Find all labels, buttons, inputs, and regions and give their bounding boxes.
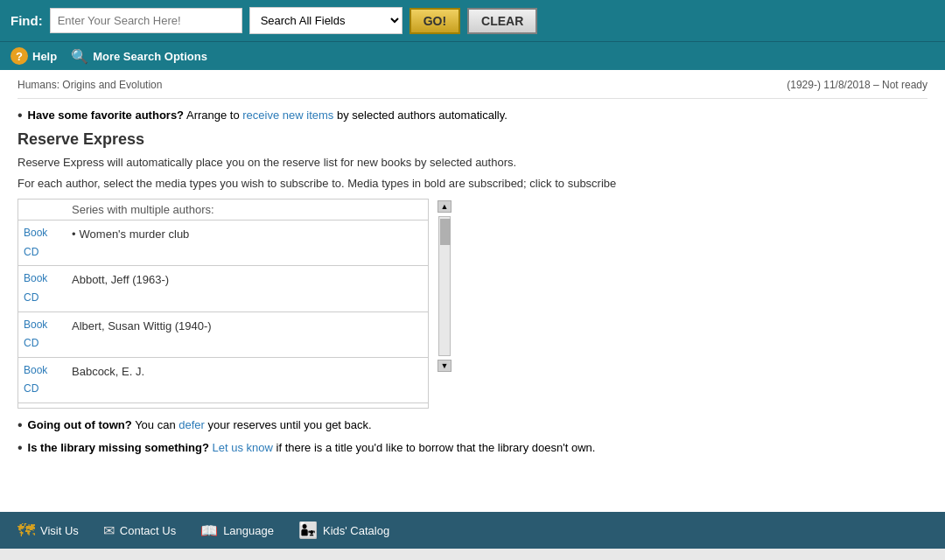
kids-icon: 👨‍👧 (298, 521, 318, 540)
contact-us-link[interactable]: ✉ Contact Us (103, 522, 176, 539)
table-row: Book Baldacci, David. Adult Books (1960-… (18, 402, 428, 409)
search-input[interactable] (50, 8, 242, 33)
receive-new-items-link[interactable]: receive new items (242, 108, 333, 122)
favorite-authors-text: Have some favorite authors? Arrange to r… (28, 108, 508, 123)
scroll-up-button[interactable]: ▲ (438, 200, 452, 213)
help-icon: ? (10, 47, 28, 65)
kids-catalog-label: Kids' Catalog (323, 524, 389, 537)
book-link-4[interactable]: Book (24, 361, 61, 381)
womens-murder-club: Women's murder club (80, 228, 190, 241)
media-types-cell: Book CD (18, 312, 66, 357)
help-bar: ? Help 🔍 More Search Options (0, 41, 945, 70)
book-link-1[interactable]: Book (24, 224, 61, 243)
book-link-2[interactable]: Book (24, 270, 61, 289)
language-icon: 📖 (200, 522, 218, 539)
search-field-select[interactable]: Search All FieldsTitleAuthorSubjectKeywo… (249, 7, 402, 34)
media-types-cell: Book (18, 402, 66, 409)
scroll-down-button[interactable]: ▼ (438, 360, 452, 372)
library-missing-item: • Is the library missing something? Let … (18, 440, 928, 456)
table-row: Book CD Abbott, Jeff (1963-) (18, 266, 428, 312)
cd-link-2[interactable]: CD (24, 289, 61, 308)
cd-link-1[interactable]: CD (24, 243, 61, 262)
bullet-small: • (72, 228, 76, 241)
table-row: Book CD Babcock, E. J. (18, 357, 428, 402)
language-link[interactable]: 📖 Language (200, 522, 274, 539)
map-icon: 🗺 (18, 521, 35, 541)
table-row: Book CD Albert, Susan Wittig (1940-) (18, 312, 428, 357)
top-row-left: Humans: Origins and Evolution (18, 79, 162, 91)
favorite-authors-bold: Have some favorite authors? (28, 108, 184, 122)
author-name-cell: Baldacci, David. Adult Books (1960-) (66, 402, 428, 409)
visit-us-link[interactable]: 🗺 Visit Us (18, 521, 79, 541)
book-link-5[interactable]: Book (24, 407, 61, 409)
magnifier-icon: 🔍 (71, 48, 88, 65)
envelope-icon: ✉ (103, 522, 115, 539)
going-out-bold: Going out of town? (28, 418, 132, 431)
main-content: Humans: Origins and Evolution (1929-) 11… (0, 70, 945, 512)
bullet-icon: • (18, 108, 23, 123)
scrollbar[interactable]: ▲ ▼ (438, 199, 452, 409)
reserve-express-desc2: For each author, select the media types … (18, 175, 928, 192)
media-types-cell: Book CD (18, 266, 66, 312)
author-name-cell: Babcock, E. J. (66, 357, 428, 402)
bullet-icon: • (18, 417, 23, 433)
series-header-text: Series with multiple authors: (66, 200, 428, 220)
library-missing-bold: Is the library missing something? (28, 441, 209, 454)
author-name-cell: Albert, Susan Wittig (1940-) (66, 312, 428, 357)
more-search-label: More Search Options (93, 50, 207, 63)
reserve-express-title: Reserve Express (18, 130, 928, 149)
let-us-know-link[interactable]: Let us know (213, 441, 273, 454)
footer-bullets: • Going out of town? You can defer your … (18, 417, 928, 456)
visit-us-label: Visit Us (40, 524, 79, 537)
cd-link-3[interactable]: CD (24, 334, 61, 354)
reserve-express-desc1: Reserve Express will automatically place… (18, 154, 928, 172)
authors-container: Series with multiple authors: Book CD • … (18, 199, 928, 409)
language-label: Language (223, 524, 274, 537)
help-label: Help (32, 50, 57, 63)
author-name-cell: Abbott, Jeff (1963-) (66, 266, 428, 312)
kids-catalog-link[interactable]: 👨‍👧 Kids' Catalog (298, 521, 389, 540)
more-search-options-link[interactable]: 🔍 More Search Options (71, 48, 207, 65)
authors-table-wrapper: Series with multiple authors: Book CD • … (18, 199, 429, 409)
bullet-icon: • (18, 440, 23, 456)
footer: 🗺 Visit Us ✉ Contact Us 📖 Language 👨‍👧 K… (0, 512, 945, 549)
top-row: Humans: Origins and Evolution (1929-) 11… (18, 79, 928, 99)
favorite-authors-item: • Have some favorite authors? Arrange to… (18, 108, 928, 123)
go-button[interactable]: GO! (410, 8, 460, 34)
author-name-cell: • Women's murder club (66, 220, 428, 266)
media-types-cell: Book CD (18, 357, 66, 402)
reserve-express-section: Reserve Express Reserve Express will aut… (18, 130, 928, 409)
media-types-cell: Book CD (18, 220, 66, 266)
help-link[interactable]: ? Help (10, 47, 57, 65)
authors-table: Series with multiple authors: Book CD • … (18, 200, 428, 409)
book-link-3[interactable]: Book (24, 316, 61, 335)
defer-link[interactable]: defer (178, 418, 205, 431)
find-label: Find: (10, 13, 43, 28)
scroll-track (438, 216, 451, 356)
clear-button[interactable]: CLEAR (467, 8, 537, 34)
scroll-thumb[interactable] (440, 219, 451, 245)
going-out-of-town-item: • Going out of town? You can defer your … (18, 417, 928, 433)
search-bar: Find: Search All FieldsTitleAuthorSubjec… (0, 0, 945, 41)
contact-us-label: Contact Us (120, 524, 176, 537)
series-header-row: Series with multiple authors: (18, 200, 428, 220)
cd-link-4[interactable]: CD (24, 380, 61, 399)
going-out-of-town-text: Going out of town? You can defer your re… (28, 417, 372, 433)
top-row-right: (1929-) 11/8/2018 – Not ready (787, 79, 928, 91)
library-missing-text: Is the library missing something? Let us… (28, 440, 596, 456)
table-row: Book CD • Women's murder club (18, 220, 428, 266)
